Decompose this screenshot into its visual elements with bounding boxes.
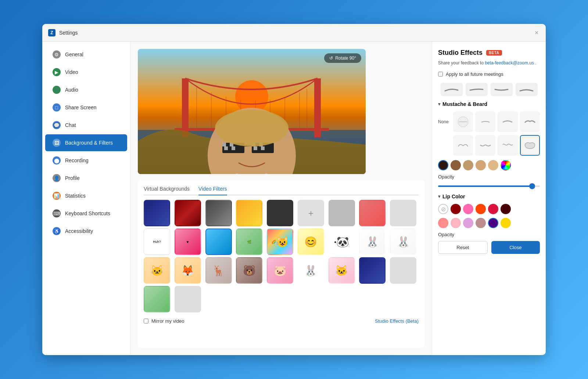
mustache-handlebar-svg	[478, 138, 492, 152]
profile-icon: 👤	[53, 174, 61, 182]
sidebar-item-profile[interactable]: 👤Profile	[45, 170, 127, 187]
apply-future-meetings-checkbox[interactable]	[438, 72, 443, 77]
lip-color-crimson[interactable]	[488, 204, 498, 214]
mustache-color-rainbow[interactable]	[501, 160, 511, 170]
filter-item-18[interactable]: 🐱	[144, 257, 170, 284]
filter-item-17[interactable]: 🐰	[390, 229, 416, 255]
filter-item-1[interactable]	[175, 200, 201, 226]
mustache-color-brown[interactable]	[451, 160, 461, 170]
filter-item-4[interactable]	[267, 200, 293, 226]
mustache-full-beard[interactable]	[520, 135, 540, 156]
sidebar-item-video[interactable]: ▶Video	[45, 64, 127, 81]
filter-item-0[interactable]	[144, 200, 170, 226]
filter-item-3[interactable]	[236, 200, 262, 226]
mustache-medium[interactable]	[498, 111, 518, 132]
filter-item-15[interactable]: ●🐼	[329, 229, 355, 255]
filter-item-6[interactable]	[329, 200, 355, 226]
filter-item-23[interactable]: 🐰	[298, 257, 324, 284]
eyebrow-option-3[interactable]	[491, 83, 513, 96]
eyebrow-option-2[interactable]	[466, 83, 488, 96]
filter-item-5[interactable]: ＋	[298, 200, 324, 226]
lip-opacity-label: Opacity	[438, 232, 540, 237]
tab-video-filters[interactable]: Video Filters	[198, 186, 227, 195]
lip-color-rosy-brown[interactable]	[476, 218, 486, 228]
lip-color-none[interactable]: ⊘	[438, 204, 448, 214]
filter-item-27[interactable]	[144, 286, 170, 312]
mustache-color-light-tan[interactable]	[476, 160, 486, 170]
mustache-opacity-slider[interactable]	[438, 185, 540, 187]
tab-virtual-backgrounds[interactable]: Virtual Backgrounds	[144, 186, 190, 195]
mirror-checkbox[interactable]: Mirror my video	[144, 318, 184, 324]
mustache-fancy-svg	[456, 138, 470, 152]
close-panel-button[interactable]: Close	[491, 241, 540, 254]
sidebar-item-chat[interactable]: 💬Chat	[45, 117, 127, 134]
filter-item-21[interactable]: 🐻	[236, 257, 262, 284]
filter-emoji-23: 🐰	[304, 265, 317, 277]
filters-panel: Virtual Backgrounds Video Filters ＋Huh?♥…	[138, 180, 424, 348]
filter-item-14[interactable]: 😊	[298, 229, 324, 255]
filter-emoji-21: 🐻	[243, 265, 256, 277]
mustache-fancy[interactable]	[453, 135, 473, 156]
filter-item-28[interactable]	[175, 286, 201, 312]
reset-button[interactable]: Reset	[438, 241, 488, 254]
lip-color-orange-red[interactable]	[476, 204, 486, 214]
filter-item-2[interactable]	[205, 200, 232, 226]
sidebar-item-general[interactable]: ⚙General	[45, 46, 127, 63]
sidebar-item-share-screen[interactable]: □Share Screen	[45, 99, 127, 116]
feedback-email[interactable]: beta-feedback@zoom.us	[485, 60, 534, 65]
lip-color-dark-red[interactable]	[451, 204, 461, 214]
main-content: ⚙General▶Video🎵Audio□Share Screen💬Chat🖼B…	[42, 42, 546, 355]
svg-rect-23	[254, 146, 257, 150]
keyboard-shortcuts-icon: ⌨	[53, 209, 61, 217]
close-button[interactable]: ×	[535, 30, 540, 35]
sidebar-item-keyboard-shortcuts[interactable]: ⌨Keyboard Shortcuts	[45, 205, 127, 222]
filter-item-24[interactable]: 🐱	[329, 257, 355, 284]
filter-item-26[interactable]	[390, 257, 416, 284]
filter-item-9[interactable]: Huh?	[144, 229, 170, 255]
mustache-curly[interactable]	[498, 135, 518, 156]
lip-color-gold[interactable]	[501, 218, 511, 228]
feedback-prefix: Share your feedback to	[438, 60, 485, 65]
filter-emoji-18: 🐱	[151, 265, 164, 277]
lip-color-plum[interactable]	[463, 218, 473, 228]
mustache-section-header[interactable]: ▾ Mustache & Beard	[438, 101, 540, 107]
sidebar-item-accessibility[interactable]: ♿Accessibility	[45, 223, 127, 240]
mustache-none-svg	[456, 115, 470, 129]
mustache-thick[interactable]	[520, 111, 540, 132]
filter-item-11[interactable]	[205, 229, 232, 255]
mustache-thin-svg	[478, 115, 492, 129]
lip-color-salmon[interactable]	[438, 218, 448, 228]
sidebar-item-statistics[interactable]: 📊Statistics	[45, 187, 127, 204]
filter-item-12[interactable]: 🌿	[236, 229, 262, 255]
filter-item-20[interactable]: 🦌	[205, 257, 232, 284]
mustache-color-wheat[interactable]	[488, 160, 498, 170]
mustache-none[interactable]	[453, 111, 473, 132]
title-bar: Z Settings ×	[42, 24, 546, 42]
mustache-color-tan[interactable]	[463, 160, 473, 170]
lip-color-section-header[interactable]: ▾ Lip Color	[438, 194, 540, 199]
eyebrow-option-1[interactable]	[441, 83, 463, 96]
filter-item-7[interactable]	[359, 200, 386, 226]
filter-item-22[interactable]: 🐷	[267, 257, 293, 284]
mirror-checkbox-input[interactable]	[144, 319, 148, 323]
lip-color-maroon[interactable]	[501, 204, 511, 214]
mustache-thin[interactable]	[475, 111, 495, 132]
sidebar-label-accessibility: Accessibility	[65, 228, 93, 234]
filter-item-25[interactable]	[359, 257, 386, 284]
eyebrow-option-4[interactable]	[516, 83, 538, 96]
filter-item-10[interactable]: ♥	[175, 229, 201, 255]
lip-color-indigo[interactable]	[488, 218, 498, 228]
filter-item-13[interactable]: 🌈😺	[267, 229, 293, 255]
sidebar-item-background-filters[interactable]: 🖼Background & Filters	[45, 134, 127, 151]
mustache-handlebar[interactable]	[475, 135, 495, 156]
filter-item-16[interactable]: 🐰	[359, 229, 386, 255]
lip-color-pink[interactable]	[463, 204, 473, 214]
lip-color-light-pink[interactable]	[451, 218, 461, 228]
sidebar-item-audio[interactable]: 🎵Audio	[45, 81, 127, 98]
studio-effects-link[interactable]: Studio Effects (Beta)	[375, 318, 419, 324]
rotate-button[interactable]: ↺ Rotate 90°	[324, 53, 361, 63]
filter-item-8[interactable]	[390, 200, 416, 226]
mustache-color-dark-brown[interactable]	[438, 160, 448, 170]
filter-item-19[interactable]: 🦊	[175, 257, 201, 284]
sidebar-item-recording[interactable]: ⬤Recording	[45, 152, 127, 169]
